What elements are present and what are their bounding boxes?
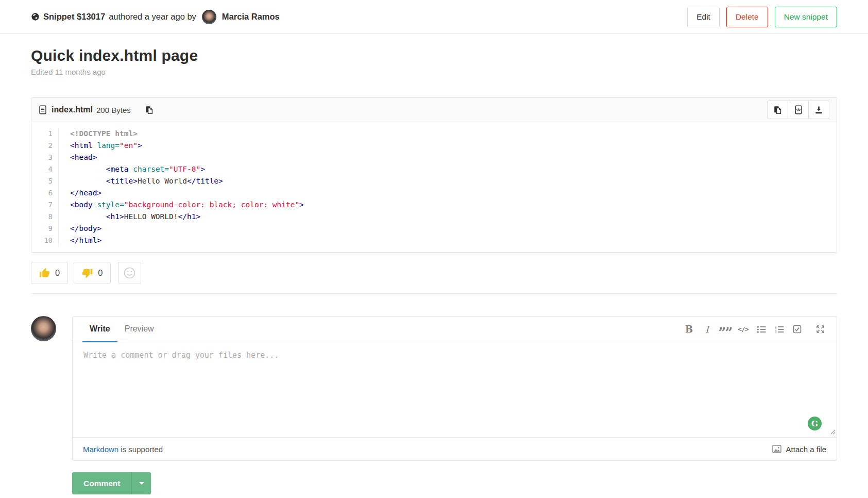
code-line: <title>Hello World</title> <box>70 175 837 187</box>
snippet-page: Quick index.html page Edited 11 months a… <box>0 47 868 494</box>
author-name[interactable]: Marcia Ramos <box>222 12 280 22</box>
code-line: <meta charset="UTF-8"> <box>70 163 837 175</box>
bullet-list-icon[interactable] <box>752 317 770 342</box>
italic-icon[interactable]: I <box>698 317 716 342</box>
copy-file-path-button[interactable] <box>145 106 154 114</box>
numbered-list-icon[interactable]: 1 2 3 <box>770 317 788 342</box>
code-line: </head> <box>70 187 837 199</box>
line-number[interactable]: 7 <box>31 199 53 211</box>
edited-timestamp: Edited 11 months ago <box>31 68 837 76</box>
file-size: 200 Bytes <box>96 106 131 114</box>
edit-button[interactable]: Edit <box>687 7 720 27</box>
attach-file-label: Attach a file <box>786 445 826 454</box>
tab-preview[interactable]: Preview <box>117 317 161 342</box>
awards-section: 0 0 <box>31 262 837 294</box>
line-number[interactable]: 9 <box>31 223 53 235</box>
thumbs-up-emoji <box>39 268 50 278</box>
copy-contents-icon <box>773 106 782 114</box>
thumbs-down-emoji <box>82 268 93 278</box>
globe-icon <box>31 12 40 21</box>
markdown-support-text: Markdown is supported <box>83 445 163 454</box>
line-number[interactable]: 10 <box>31 235 53 246</box>
code-line: <!DOCTYPE html> <box>70 128 837 140</box>
code-line: <head> <box>70 152 837 163</box>
file-document-icon <box>39 105 47 114</box>
smiley-icon <box>124 267 135 279</box>
attach-file-button[interactable]: Attach a file <box>772 445 826 454</box>
code-line: <h1>HELLO WORLD!</h1> <box>70 211 837 223</box>
copy-contents-button[interactable] <box>767 101 788 119</box>
thumbs-down-count: 0 <box>98 268 103 278</box>
comment-submit-row: Comment <box>72 472 837 494</box>
author-avatar[interactable] <box>202 10 216 24</box>
add-reaction-button[interactable] <box>118 262 141 284</box>
attach-image-icon <box>772 445 781 453</box>
comment-box-footer: Markdown is supported Attach a file <box>73 437 837 460</box>
resize-handle-icon[interactable] <box>830 427 836 436</box>
file-card: index.html 200 Bytes <box>31 97 837 253</box>
delete-button[interactable]: Delete <box>726 7 768 27</box>
code-viewer: 12345678910 <!DOCTYPE html><html lang="e… <box>31 122 837 252</box>
line-number[interactable]: 5 <box>31 175 53 187</box>
authored-text: authored a year ago by <box>109 12 196 22</box>
file-name: index.html <box>52 105 93 114</box>
new-snippet-button[interactable]: New snippet <box>775 7 837 27</box>
download-button[interactable] <box>808 101 829 119</box>
snippet-meta: Snippet $13017 authored a year ago by Ma… <box>31 10 280 24</box>
copy-icon <box>145 106 154 114</box>
line-number[interactable]: 8 <box>31 211 53 223</box>
comment-box-header: Write Preview B I ”” </> <box>73 317 837 342</box>
code-line: <body style="background-color: black; co… <box>70 199 837 211</box>
file-actions-group <box>767 101 829 119</box>
snippet-meta-bar: Snippet $13017 authored a year ago by Ma… <box>0 0 868 34</box>
markdown-link[interactable]: Markdown <box>83 445 118 454</box>
svg-text:3: 3 <box>775 330 776 334</box>
line-number[interactable]: 6 <box>31 187 53 199</box>
comment-form: Write Preview B I ”” </> <box>31 316 837 461</box>
comment-tabs: Write Preview <box>82 317 161 342</box>
code-line: </html> <box>70 235 837 246</box>
task-list-icon[interactable] <box>788 317 806 342</box>
page-title: Quick index.html page <box>31 47 837 64</box>
download-icon <box>814 106 823 114</box>
grammarly-icon[interactable]: G <box>808 417 822 430</box>
snippet-actions: Edit Delete New snippet <box>687 7 837 27</box>
comment-submit-split-button[interactable]: Comment <box>72 472 151 494</box>
bold-icon[interactable]: B <box>680 317 698 342</box>
chevron-down-icon <box>139 482 144 485</box>
code-line: <html lang="en"> <box>70 140 837 152</box>
open-raw-button[interactable] <box>788 101 809 119</box>
comment-body: G <box>73 342 837 437</box>
line-number[interactable]: 4 <box>31 163 53 175</box>
thumbs-up-count: 0 <box>55 268 60 278</box>
thumbs-up-button[interactable]: 0 <box>31 262 68 284</box>
open-raw-icon <box>794 105 803 114</box>
line-number[interactable]: 2 <box>31 140 53 152</box>
code-lines: <!DOCTYPE html><html lang="en"><head> <m… <box>59 128 837 246</box>
tab-write[interactable]: Write <box>82 317 117 342</box>
code-line: </body> <box>70 223 837 235</box>
comment-submit-button[interactable]: Comment <box>72 472 132 494</box>
current-user-avatar <box>31 316 56 341</box>
comment-input[interactable] <box>73 342 837 437</box>
markdown-suffix: is supported <box>118 445 163 454</box>
markdown-toolbar: B I ”” </> <box>680 317 833 342</box>
snippet-id: Snippet $13017 <box>43 12 105 22</box>
file-header: index.html 200 Bytes <box>31 98 837 122</box>
quote-icon[interactable]: ”” <box>716 317 734 342</box>
fullscreen-icon[interactable] <box>811 317 829 342</box>
code-icon[interactable]: </> <box>734 317 752 342</box>
line-number[interactable]: 1 <box>31 128 53 140</box>
comment-box: Write Preview B I ”” </> <box>72 316 837 461</box>
line-numbers: 12345678910 <box>31 128 59 246</box>
line-number[interactable]: 3 <box>31 152 53 163</box>
comment-options-dropdown[interactable] <box>132 472 151 494</box>
thumbs-down-button[interactable]: 0 <box>74 262 111 284</box>
